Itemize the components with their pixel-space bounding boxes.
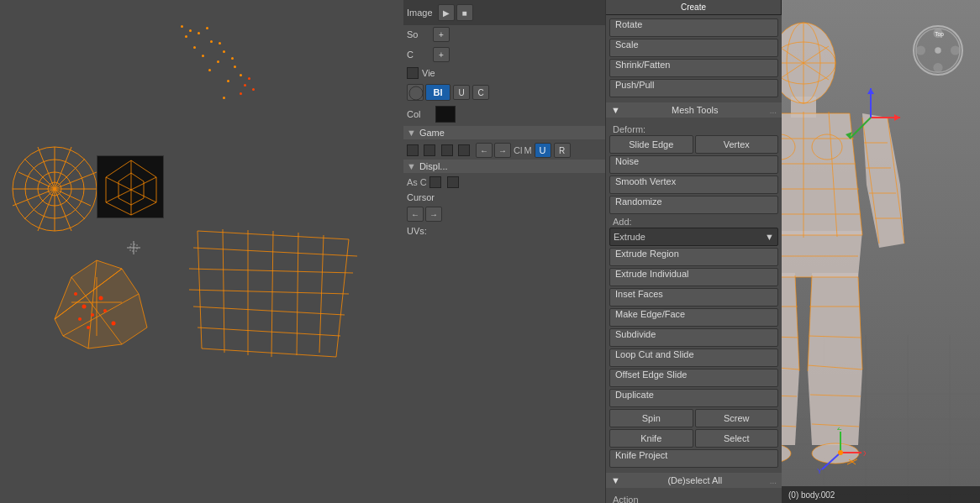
u-button[interactable]: U [453, 85, 470, 100]
toolbar-icon-btn-1[interactable]: ▶ [438, 4, 455, 21]
tab-create[interactable]: Create [606, 0, 782, 14]
game-arrow-left[interactable]: ← [476, 143, 493, 158]
game-section-header[interactable]: ▼ Game [403, 126, 605, 139]
svg-marker-71 [867, 185, 904, 248]
display-label: Displ... [419, 161, 448, 171]
inset-faces-btn[interactable]: Inset Faces [609, 288, 778, 307]
extrude-dropdown[interactable]: Extrude ▼ [609, 228, 778, 246]
color-swatch[interactable] [435, 106, 456, 123]
game-row1 [407, 143, 439, 158]
nav-arrows: ← → [403, 205, 605, 223]
svg-text:Top: Top [935, 31, 944, 38]
game-arrow: ▼ [407, 128, 416, 138]
slide-edge-row: Slide Edge Vertex [609, 135, 778, 154]
arrow-left-btn[interactable] [407, 84, 424, 101]
mesh-tools-header[interactable]: ▼ Mesh Tools ... [606, 102, 782, 118]
c-plus-btn[interactable]: + [433, 47, 450, 62]
loop-cut-slide-btn[interactable]: Loop Cut and Slide [609, 348, 778, 367]
as-label: As [407, 177, 418, 187]
nav-right-btn[interactable]: → [425, 207, 442, 222]
extrude-label: Extrude [614, 232, 645, 242]
deselect-all-header[interactable]: ▼ (De)select All ... [606, 473, 782, 488]
select-btn[interactable]: Select [695, 429, 779, 448]
svg-line-46 [336, 239, 349, 357]
r-btn-game[interactable]: R [554, 143, 571, 158]
rotate-btn[interactable]: Rotate [609, 18, 778, 37]
shrink-fatten-btn[interactable]: Shrink/Fatten [609, 59, 778, 77]
3d-viewport[interactable]: X Z Y Top [782, 0, 980, 503]
nav-left-btn[interactable]: ← [407, 207, 424, 222]
svg-point-30 [112, 322, 116, 326]
spin-screw-row: Spin Screw [609, 409, 778, 427]
game-arrows: ← → [476, 143, 511, 158]
middle-panel: Image ▶ ■ So + C + Vie Bl U C Col ▼ Game [403, 0, 605, 503]
display-controls: As C [403, 175, 605, 190]
extrude-region-btn[interactable]: Extrude Region [609, 248, 778, 266]
c-button[interactable]: C [472, 85, 489, 100]
svg-point-140 [838, 450, 843, 455]
deselect-title: (De)select All [667, 475, 722, 485]
svg-point-32 [74, 292, 77, 296]
offset-edge-slide-btn[interactable]: Offset Edge Slide [609, 369, 778, 387]
game-cb3[interactable] [441, 144, 453, 156]
uv-objects-area [0, 0, 403, 503]
make-edge-face-btn[interactable]: Make Edge/Face [609, 308, 778, 327]
bl-button[interactable]: Bl [425, 84, 450, 101]
uvs-label: UVs: [403, 223, 605, 238]
spin-btn[interactable]: Spin [609, 409, 693, 427]
svg-marker-73 [782, 365, 799, 445]
display-cb2[interactable] [447, 176, 459, 188]
svg-point-26 [91, 313, 94, 317]
uv-editor-viewport[interactable] [0, 0, 403, 503]
col-row: Col [403, 104, 605, 124]
game-cb4[interactable] [458, 144, 470, 156]
vie-label: Vie [422, 68, 447, 78]
navigation-circle[interactable]: Top [913, 25, 963, 76]
display-arrow: ▼ [407, 161, 416, 171]
duplicate-btn[interactable]: Duplicate [609, 389, 778, 407]
svg-line-38 [198, 327, 340, 336]
randomize-btn[interactable]: Randomize [609, 196, 778, 214]
noise-btn[interactable]: Noise [609, 155, 778, 174]
svg-text:Z: Z [837, 427, 842, 432]
knife-project-btn[interactable]: Knife Project [609, 449, 778, 468]
svg-line-138 [822, 453, 840, 469]
u-btn-game[interactable]: U [535, 143, 551, 158]
game-cl-row: Cl M [514, 143, 532, 158]
c-label: C [407, 50, 432, 60]
vertex-btn[interactable]: Vertex [695, 135, 779, 154]
display-cb1[interactable] [429, 176, 441, 188]
display-section-header[interactable]: ▼ Displ... [403, 160, 605, 173]
status-text: (0) body.002 [788, 490, 835, 500]
smooth-vertex-btn[interactable]: Smooth Vertex [609, 176, 778, 194]
vie-checkbox[interactable] [407, 67, 419, 79]
svg-marker-67 [782, 231, 862, 277]
web-mesh-left [8, 143, 101, 235]
game-cb1[interactable] [407, 144, 419, 156]
slide-edge-btn[interactable]: Slide Edge [609, 135, 693, 154]
svg-line-132 [850, 118, 871, 139]
action-label: Action [609, 494, 778, 503]
toolbar-icon-btn-2[interactable]: ■ [456, 4, 473, 21]
so-plus-btn[interactable]: + [433, 27, 450, 42]
game-u-r: U R [535, 143, 571, 158]
bl-row: Bl U C [403, 82, 605, 102]
axes-indicator: X Z Y [815, 427, 866, 478]
game-arrow-right[interactable]: → [494, 143, 511, 158]
scale-btn[interactable]: Scale [609, 39, 778, 57]
svg-point-31 [87, 326, 90, 329]
viewport-background: X Z Y Top [782, 0, 980, 503]
game-label: Game [419, 128, 445, 138]
cursor-label: Cursor [403, 190, 605, 205]
push-pull-btn[interactable]: Push/Pull [609, 79, 778, 97]
screw-btn[interactable]: Screw [695, 409, 779, 427]
svg-point-147 [951, 45, 960, 55]
col-label: Col [407, 109, 432, 119]
knife-btn[interactable]: Knife [609, 429, 693, 448]
svg-line-142 [847, 459, 857, 464]
game-controls: ← → Cl M U R [403, 141, 605, 160]
subdivide-btn[interactable]: Subdivide [609, 328, 778, 347]
extrude-individual-btn[interactable]: Extrude Individual [609, 268, 778, 286]
game-cb2[interactable] [424, 144, 435, 156]
deform-label: Deform: [609, 123, 778, 135]
